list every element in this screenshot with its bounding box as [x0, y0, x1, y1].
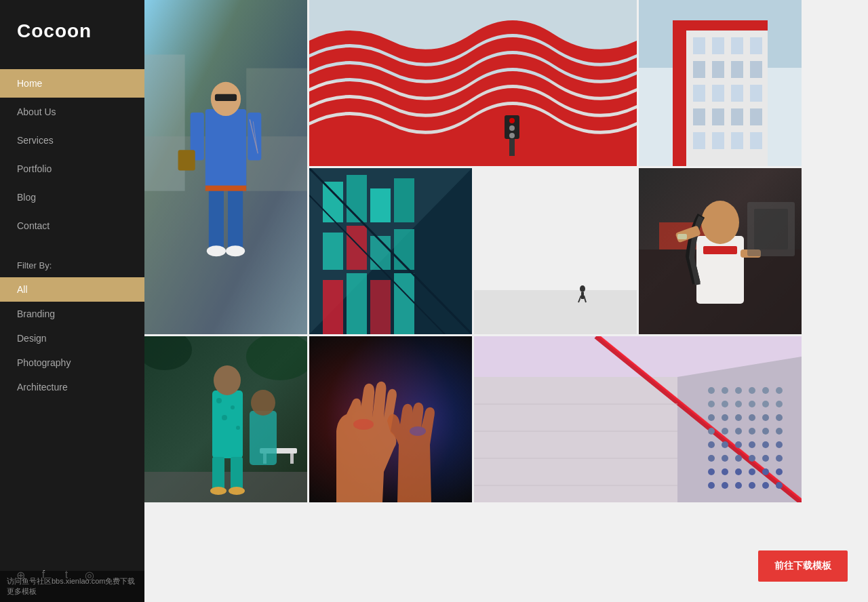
svg-point-91	[214, 365, 241, 395]
svg-rect-11	[178, 150, 195, 170]
svg-point-122	[749, 401, 755, 407]
svg-rect-4	[205, 109, 246, 191]
svg-rect-51	[323, 182, 343, 222]
logo-area: Cocoon	[0, 0, 144, 69]
svg-point-155	[708, 482, 715, 489]
logo: Cocoon	[17, 20, 92, 41]
grid-cell-9[interactable]	[474, 336, 802, 502]
svg-rect-67	[474, 290, 637, 334]
svg-rect-109	[474, 377, 677, 502]
svg-rect-32	[750, 37, 762, 54]
svg-rect-55	[323, 233, 343, 270]
svg-point-140	[749, 441, 755, 448]
svg-rect-61	[370, 280, 391, 334]
svg-rect-35	[731, 61, 743, 78]
svg-rect-42	[712, 108, 724, 125]
svg-rect-41	[693, 108, 705, 125]
svg-point-128	[749, 414, 755, 421]
svg-rect-62	[394, 273, 414, 334]
svg-point-113	[708, 387, 715, 394]
svg-rect-28	[673, 20, 768, 31]
svg-rect-46	[712, 132, 724, 149]
svg-rect-40	[750, 85, 762, 102]
svg-rect-86	[144, 472, 307, 502]
svg-point-124	[776, 401, 783, 407]
svg-rect-8	[228, 190, 243, 252]
svg-point-129	[762, 414, 769, 421]
filter-label: Filter By:	[0, 247, 144, 277]
svg-point-97	[231, 405, 235, 409]
svg-point-135	[762, 428, 769, 435]
svg-point-13	[226, 245, 245, 256]
nav-item-services[interactable]: Services	[0, 126, 144, 155]
grid-cell-1[interactable]	[144, 0, 307, 334]
svg-point-159	[762, 482, 769, 489]
svg-point-23	[509, 133, 515, 138]
svg-rect-47	[731, 132, 743, 149]
grid-cell-3[interactable]	[639, 0, 802, 166]
svg-rect-93	[231, 457, 243, 491]
filter-item-design[interactable]: Design	[0, 326, 144, 350]
filter-section: AllBrandingDesignPhotographyArchitecture	[0, 277, 144, 399]
svg-point-156	[722, 482, 728, 489]
svg-rect-54	[394, 178, 414, 222]
nav-item-about-us[interactable]: About Us	[0, 98, 144, 126]
svg-rect-48	[750, 132, 762, 149]
svg-rect-100	[250, 411, 277, 465]
nav-item-home[interactable]: Home	[0, 69, 144, 98]
grid-cell-7[interactable]	[144, 336, 307, 502]
svg-rect-89	[290, 454, 294, 464]
grid-cell-4[interactable]	[309, 168, 472, 334]
svg-point-12	[207, 245, 226, 256]
grid-cell-5[interactable]	[474, 168, 637, 334]
grid-cell-6[interactable]	[639, 168, 802, 334]
svg-rect-2	[144, 54, 185, 190]
svg-rect-27	[673, 20, 686, 166]
svg-point-130	[776, 414, 783, 421]
grid-cell-2[interactable]	[309, 0, 637, 166]
svg-point-120	[722, 401, 728, 407]
svg-point-119	[708, 401, 715, 407]
svg-point-131	[708, 428, 715, 435]
svg-rect-44	[750, 108, 762, 125]
svg-rect-92	[212, 457, 224, 491]
filter-item-branding[interactable]: Branding	[0, 302, 144, 326]
svg-point-99	[236, 426, 240, 430]
cta-button[interactable]: 前往下载模板	[758, 550, 848, 582]
svg-rect-43	[731, 108, 743, 125]
nav-item-blog[interactable]: Blog	[0, 183, 144, 212]
svg-point-118	[776, 387, 783, 394]
svg-point-152	[749, 468, 755, 475]
svg-rect-29	[693, 37, 705, 54]
main-nav: HomeAbout UsServicesPortfolioBlogContact	[0, 69, 144, 240]
svg-rect-39	[731, 85, 743, 102]
svg-point-115	[735, 387, 742, 394]
svg-rect-30	[712, 37, 724, 54]
sidebar: Cocoon HomeAbout UsServicesPortfolioBlog…	[0, 0, 144, 602]
grid-cell-8[interactable]	[309, 336, 472, 502]
svg-point-123	[762, 401, 769, 407]
svg-point-117	[762, 387, 769, 394]
nav-item-contact[interactable]: Contact	[0, 212, 144, 240]
svg-rect-45	[693, 132, 705, 149]
svg-point-134	[749, 428, 755, 435]
svg-point-132	[722, 428, 728, 435]
svg-point-77	[701, 201, 739, 244]
filter-item-all[interactable]: All	[0, 277, 144, 302]
svg-point-139	[735, 441, 742, 448]
svg-rect-33	[693, 61, 705, 78]
svg-point-145	[735, 455, 742, 462]
svg-rect-66	[474, 168, 637, 290]
nav-item-portfolio[interactable]: Portfolio	[0, 155, 144, 183]
svg-point-68	[580, 285, 585, 292]
svg-point-147	[762, 455, 769, 462]
svg-rect-69	[581, 292, 584, 299]
svg-rect-36	[750, 61, 762, 78]
svg-rect-16	[205, 186, 246, 191]
filter-item-photography[interactable]: Photography	[0, 350, 144, 375]
svg-point-143	[708, 455, 715, 462]
svg-point-101	[251, 390, 275, 416]
svg-rect-53	[370, 188, 391, 222]
filter-item-architecture[interactable]: Architecture	[0, 375, 144, 399]
svg-rect-82	[754, 209, 788, 249]
